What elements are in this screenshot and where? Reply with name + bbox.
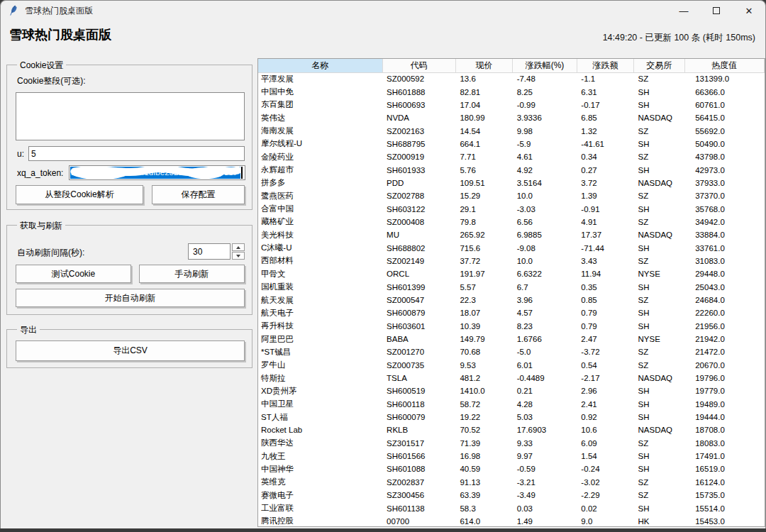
column-header-name[interactable]: 名称 bbox=[258, 59, 382, 72]
export-group-legend: 导出 bbox=[17, 324, 40, 336]
u-input[interactable] bbox=[28, 146, 245, 161]
table-cell: 0 bbox=[764, 72, 765, 85]
table-row[interactable]: 海南发展SZ00216314.549.981.32SZ55692.0-1 bbox=[258, 124, 765, 137]
table-cell: 9.0 bbox=[577, 515, 633, 527]
table-row[interactable]: 英伟达NVDA180.993.93366.85NASDAQ56415.01 bbox=[258, 111, 765, 124]
table-cell: 2.41 bbox=[577, 398, 633, 411]
table-row[interactable]: 陕西华达SZ30151771.399.336.09SZ18083.00 bbox=[258, 437, 765, 450]
table-row[interactable]: 赛微电子SZ30045663.39-3.49-2.29SZ15735.02 bbox=[258, 489, 765, 501]
table-row[interactable]: 中国神华SH60108840.59-0.59-0.24SH16519.03 bbox=[258, 462, 765, 475]
table-cell: SZ bbox=[633, 359, 684, 372]
table-cell: 1 bbox=[764, 177, 765, 189]
table-row[interactable]: 中国卫星SH60011858.724.282.41SH19489.0-1 bbox=[258, 398, 765, 411]
table-row[interactable]: 再升科技SH60360110.398.230.79SH21956.01 bbox=[258, 320, 765, 333]
table-row[interactable]: XD贵州茅SH6005191410.00.212.96SH19779.0-1 bbox=[258, 384, 765, 397]
test-cookie-button[interactable]: 测试Cookie bbox=[16, 265, 131, 283]
save-config-button[interactable]: 保存配置 bbox=[152, 185, 245, 204]
table-cell: SH bbox=[633, 384, 684, 397]
table-cell: 25043.0 bbox=[684, 281, 764, 294]
start-auto-refresh-button[interactable]: 开始自动刷新 bbox=[16, 289, 245, 307]
table-row[interactable]: 拼多多PDD109.513.51643.72NASDAQ37933.01 bbox=[258, 177, 765, 189]
table-cell: 1 bbox=[764, 111, 765, 124]
table-row[interactable]: 鹭燕医药SZ00278815.2910.01.39SZ37370.0-1 bbox=[258, 189, 765, 202]
table-cell: -0.99 bbox=[513, 99, 577, 111]
table-cell: -0.17 bbox=[577, 99, 633, 111]
table-cell: 1 bbox=[764, 228, 765, 241]
column-header-change-amt[interactable]: 涨跌额 bbox=[577, 59, 633, 72]
table-cell: 34942.0 bbox=[684, 216, 764, 228]
maximize-button[interactable] bbox=[700, 1, 733, 21]
table-cell: SH603122 bbox=[382, 202, 455, 215]
table-row[interactable]: 英维克SZ00283791.13-3.21-3.02SZ16124.00 bbox=[258, 476, 765, 489]
table-row[interactable]: 东百集团SH60069317.04-0.99-0.17SH60761.00 bbox=[258, 99, 765, 111]
table-row[interactable]: 工业富联SH60113858.30.030.02SH15514.03 bbox=[258, 501, 765, 514]
table-row[interactable]: 罗牛山SZ0007359.536.010.54SZ20670.0-3 bbox=[258, 359, 765, 372]
minimize-button[interactable]: — bbox=[667, 1, 700, 21]
table-cell: 15735.0 bbox=[684, 489, 764, 501]
token-selection: b 6fd41dfbe2528 38e7 bbox=[70, 167, 240, 179]
table-cell: 0.79 bbox=[577, 306, 633, 319]
export-group: 导出 导出CSV bbox=[6, 329, 252, 368]
column-header-change-pct[interactable]: 涨跌幅(%) bbox=[513, 59, 577, 72]
table-cell: 60761.0 bbox=[684, 99, 764, 111]
table-row[interactable]: 腾讯控股00700614.01.499.0HK15453.01 bbox=[258, 515, 765, 527]
table-row[interactable]: 甲骨文ORCL191.976.632211.94NYSE29448.00 bbox=[258, 267, 765, 280]
table-cell: 19796.0 bbox=[684, 372, 764, 384]
table-cell: 1 bbox=[764, 281, 765, 294]
table-row[interactable]: 平潭发展SZ00059213.6-7.48-1.1SZ131399.00 bbox=[258, 72, 765, 85]
table-row[interactable]: 九牧王SH60156616.989.971.54SH17491.00 bbox=[258, 450, 765, 462]
manual-refresh-button[interactable]: 手动刷新 bbox=[139, 265, 245, 283]
table-row[interactable]: 国机重装SH6013995.576.70.35SH25043.01 bbox=[258, 281, 765, 294]
table-row[interactable]: *ST铖昌SZ00127070.68-5.0-3.72SZ21472.00 bbox=[258, 345, 765, 358]
table-row[interactable]: ST人福SH60007919.225.030.92SH19444.00 bbox=[258, 411, 765, 423]
table-cell: 中国神华 bbox=[258, 462, 382, 475]
table-cell: -1 bbox=[764, 124, 765, 137]
table-row[interactable]: C沐曦-USH688802715.6-9.08-71.44SH33761.0-1 bbox=[258, 241, 765, 254]
table-row[interactable]: Rocket LabRKLB70.5217.690310.6NASDAQ1870… bbox=[258, 423, 765, 436]
table-cell: 11.94 bbox=[577, 267, 633, 280]
column-header-heat[interactable]: 热度值 bbox=[684, 59, 764, 72]
table-cell: 19779.0 bbox=[684, 384, 764, 397]
table-row[interactable]: 航天电子SH60087918.074.570.79SH22260.00 bbox=[258, 306, 765, 319]
table-cell: -1 bbox=[764, 189, 765, 202]
column-header-code[interactable]: 代码 bbox=[382, 59, 455, 72]
table-row[interactable]: 摩尔线程-USH688795664.1-5.9-41.61SH50490.00 bbox=[258, 138, 765, 150]
table-cell: 5.03 bbox=[513, 411, 577, 423]
table-row[interactable]: 特斯拉TSLA481.2-0.4489-2.17NASDAQ19796.02 bbox=[258, 372, 765, 384]
table-cell: 2 bbox=[764, 333, 765, 345]
table-cell: 0.27 bbox=[577, 163, 633, 176]
table-cell: 0 bbox=[764, 345, 765, 358]
table-cell: 22260.0 bbox=[684, 306, 764, 319]
table-cell: 21942.0 bbox=[684, 333, 764, 345]
table-row[interactable]: 西部材料SZ00214937.7210.03.43SZ31083.00 bbox=[258, 255, 765, 267]
table-row[interactable]: 阿里巴巴BABA149.791.67662.47NYSE21942.02 bbox=[258, 333, 765, 345]
table-cell: SZ bbox=[633, 255, 684, 267]
column-header-rank[interactable]: 排名 bbox=[764, 59, 765, 72]
cookie-textarea[interactable] bbox=[16, 92, 245, 140]
table-row[interactable]: 航天发展SZ00054722.33.960.85SZ24684.0-1 bbox=[258, 294, 765, 306]
table-cell: -1 bbox=[764, 384, 765, 397]
table-row[interactable]: 永辉超市SH6019335.764.920.27SH42973.0-1 bbox=[258, 163, 765, 176]
parse-cookie-button[interactable]: 从整段Cookie解析 bbox=[16, 185, 143, 204]
table-row[interactable]: 藏格矿业SZ00040879.86.564.91SZ34942.0-1 bbox=[258, 216, 765, 228]
table-row[interactable]: 合富中国SH60312229.1-3.03-0.91SH35768.01 bbox=[258, 202, 765, 215]
table-cell: SH600079 bbox=[382, 411, 455, 423]
column-header-exchange[interactable]: 交易所 bbox=[633, 59, 684, 72]
interval-spinbox[interactable] bbox=[188, 243, 231, 260]
column-header-price[interactable]: 现价 bbox=[455, 59, 512, 72]
table-cell: 1.39 bbox=[577, 189, 633, 202]
table-cell: 0.35 bbox=[577, 281, 633, 294]
close-button[interactable]: ✕ bbox=[733, 1, 765, 21]
export-csv-button[interactable]: 导出CSV bbox=[16, 340, 245, 361]
table-row[interactable]: 中国中免SH60188882.818.256.31SH66366.00 bbox=[258, 85, 765, 98]
table-cell: -2.29 bbox=[577, 489, 633, 501]
table-cell: 24684.0 bbox=[684, 294, 764, 306]
table-cell: SZ000547 bbox=[382, 294, 455, 306]
table-cell: SH bbox=[633, 241, 684, 254]
spin-up-button[interactable] bbox=[232, 243, 245, 251]
token-input[interactable]: b 6fd41dfbe2528 38e7 bbox=[69, 165, 245, 180]
table-row[interactable]: 美光科技MU265.926.988517.37NASDAQ33884.01 bbox=[258, 228, 765, 241]
table-row[interactable]: 金陵药业SZ0009197.714.610.34SZ43798.01 bbox=[258, 150, 765, 163]
table-cell: 149.79 bbox=[455, 333, 512, 345]
spin-down-button[interactable] bbox=[232, 252, 245, 260]
